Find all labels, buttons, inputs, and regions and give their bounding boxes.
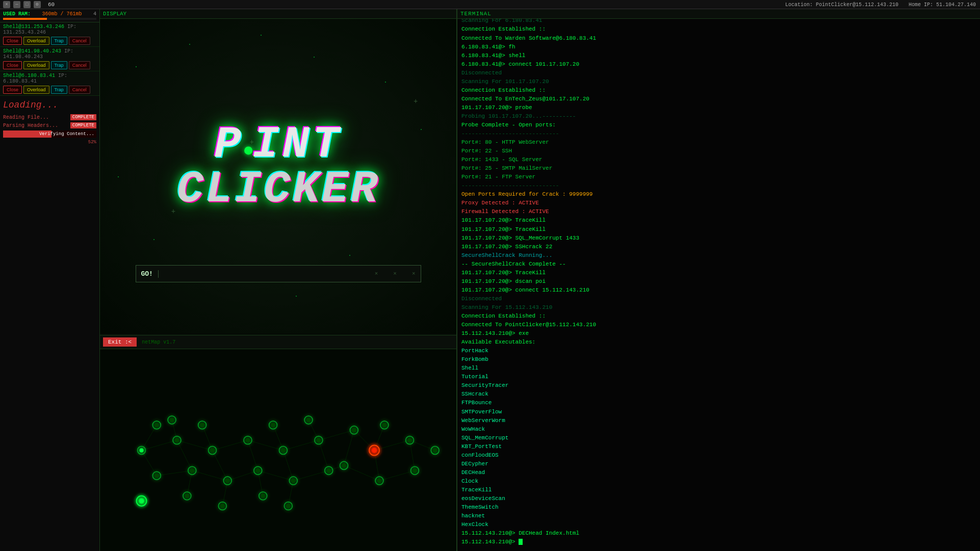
svg-point-56 [433, 449, 437, 453]
terminal-line: Available Executables: [461, 338, 976, 347]
terminal-line: SecureShellCrack Running... [461, 251, 976, 260]
shell-overload-1[interactable]: Overload [23, 61, 49, 69]
svg-line-20 [227, 470, 258, 481]
terminal-line: Open Ports Required for Crack : 9999999 [461, 190, 976, 199]
display-content[interactable]: + + + PINT CLICKER GO! ××× [100, 19, 456, 333]
terminal-line: Tutorial [461, 373, 976, 381]
svg-point-45 [281, 449, 285, 453]
terminal-line: Connection Established :: [461, 86, 976, 95]
terminal-line: 101.17.107.20@> SSHcrack 22 [461, 243, 976, 251]
terminal-line: Shell [461, 364, 976, 373]
terminal-line: conFloodEOS [461, 451, 976, 460]
terminal-line: Disconnected [461, 69, 976, 77]
svg-line-17 [410, 440, 415, 471]
shell-buttons-1: Close Overload Trap Cancel [3, 61, 96, 69]
shell-close-2[interactable]: Close [3, 86, 22, 94]
window-controls: × — □ ⚙ 60 [3, 1, 55, 8]
network-map[interactable] [100, 349, 456, 551]
go-bar[interactable]: GO! ××× [136, 265, 421, 282]
ram-counter: 4 [93, 11, 96, 17]
go-input[interactable] [159, 271, 375, 277]
svg-point-39 [175, 438, 179, 442]
shell-item-0: Shell@131.253.43.246 IP: 131.253.43.246 … [0, 22, 99, 47]
terminal-line: Scanning For 101.17.107.20 [461, 77, 976, 86]
shell-trap-0[interactable]: Trap [51, 37, 67, 45]
terminal-line: Clock [461, 477, 976, 486]
shell-buttons-0: Close Overload Trap Cancel [3, 37, 96, 45]
terminal-line: TraceKill [461, 486, 976, 494]
terminal-line: 15.112.143.210@> exe [461, 329, 976, 338]
terminal-line: 101.17.107.20@> TraceKill [461, 225, 976, 234]
terminal-line: 101.17.107.20@> SQL_MemCorrupt 1433 [461, 234, 976, 243]
svg-point-64 [256, 468, 260, 473]
svg-line-23 [329, 465, 344, 470]
exit-button[interactable]: Exit :< [103, 337, 137, 347]
cursor [519, 539, 523, 545]
terminal-line: PortHack [461, 347, 976, 355]
svg-line-30 [308, 420, 319, 440]
terminal-line: Firewall Detected : ACTIVE [461, 207, 976, 216]
home-ip-text: Home IP: 51.104.27.140 [909, 2, 976, 8]
svg-point-37 [140, 449, 144, 453]
title-clicker: CLICKER [177, 167, 380, 212]
location-text: Location: PointClicker@15.112.143.210 [785, 2, 898, 8]
terminal-line: -- SecureShellCrack Complete -- [461, 260, 976, 269]
terminal-line: SecurityTracer [461, 381, 976, 390]
terminal-line: HexClock [461, 520, 976, 529]
terminal-line: KBT_PortTest [461, 442, 976, 451]
svg-line-13 [283, 451, 293, 481]
shell-overload-2[interactable]: Overload [23, 86, 49, 94]
terminal-line: Scanning For 6.180.83.41 [461, 19, 976, 25]
shell-close-0[interactable]: Close [3, 37, 22, 45]
terminal-line: Port#: 22 - SSH [461, 147, 976, 155]
ram-label: USED RAM: [3, 11, 31, 17]
icon-square[interactable]: □ [23, 1, 31, 8]
icon-x[interactable]: × [3, 1, 10, 8]
ram-bar [3, 18, 47, 20]
terminal-panel: TERMINAL Connected To EnTech_Zeus@101.17… [457, 9, 980, 551]
svg-line-11 [212, 451, 227, 481]
svg-point-76 [154, 423, 159, 427]
terminal-line: Port#: 21 - FTP Server [461, 173, 976, 181]
svg-point-92 [261, 494, 265, 498]
terminal-line: 101.17.107.20@> probe [461, 103, 976, 112]
shell-overload-0[interactable]: Overload [23, 37, 49, 45]
topbar: × — □ ⚙ 60 Location: PointClicker@15.112… [0, 0, 980, 9]
terminal-line: 101.17.107.20@> TraceKill [461, 269, 976, 277]
shell-cancel-1[interactable]: Cancel [69, 61, 90, 69]
terminal-line: Port#: 80 - HTTP WebServer [461, 138, 976, 147]
svg-line-1 [177, 440, 212, 451]
shell-close-1[interactable]: Close [3, 61, 22, 69]
svg-point-82 [271, 423, 275, 427]
terminal-line: WebServerWorm [461, 416, 976, 425]
icon-gear[interactable]: ⚙ [34, 1, 41, 8]
terminal-line: DECypher [461, 460, 976, 468]
svg-point-68 [327, 468, 331, 473]
terminal-line: 6.180.83.41@> fh [461, 43, 976, 51]
terminal-line: Probe Complete - Open ports: [461, 121, 976, 129]
shell-cancel-0[interactable]: Cancel [69, 37, 90, 45]
svg-line-19 [192, 470, 227, 481]
shell-cancel-2[interactable]: Cancel [69, 86, 90, 94]
terminal-label: TERMINAL [457, 9, 980, 19]
shell-trap-2[interactable]: Trap [51, 86, 67, 94]
svg-line-10 [177, 440, 192, 471]
terminal-line: FTPBounce [461, 399, 976, 407]
terminal-line: ForkBomb [461, 355, 976, 364]
terminal-line: Scanning For 15.112.143.210 [461, 303, 976, 312]
svg-point-88 [185, 494, 189, 498]
shell-trap-1[interactable]: Trap [51, 61, 67, 69]
loading-percent: 52% [3, 140, 96, 145]
terminal-line: SQL_MemCorrupt [461, 434, 976, 442]
svg-point-54 [408, 438, 412, 442]
title-point: PINT [177, 122, 380, 167]
loading-section: Loading... Reading File... COMPLETE Pars… [0, 96, 99, 149]
terminal-line: eosDeviceScan [461, 494, 976, 503]
ram-section: USED RAM: 360mb / 761mb 4 [0, 9, 99, 22]
go-crosses: ××× [375, 271, 421, 277]
terminal-line: Disconnected [461, 295, 976, 303]
terminal-line: Connection Established :: [461, 312, 976, 321]
terminal-content[interactable]: Connected To EnTech_Zeus@101.17.107.2010… [457, 19, 980, 549]
icon-minimize[interactable]: — [13, 1, 20, 8]
svg-line-5 [319, 430, 354, 440]
